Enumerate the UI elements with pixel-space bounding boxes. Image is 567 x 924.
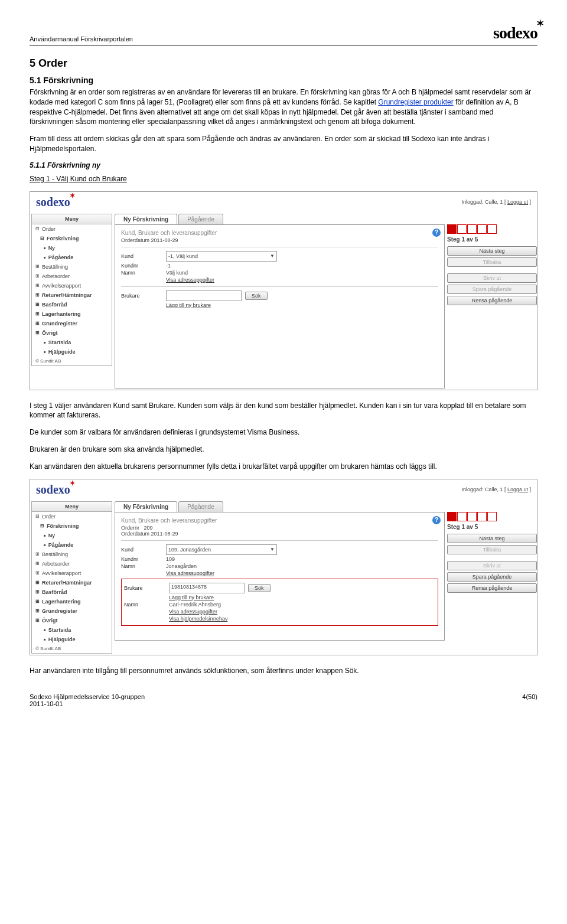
nasta-steg-button[interactable]: Nästa steg bbox=[447, 246, 537, 256]
panel-title: Kund, Brukare och leveransuppgifter bbox=[121, 230, 438, 236]
spara-pagaende-button[interactable]: Spara pågående bbox=[447, 572, 537, 582]
doc-header-text: Användarmanual Förskrivarportalen bbox=[30, 35, 133, 43]
menu-item[interactable]: Grundregister bbox=[32, 606, 112, 616]
menu-item[interactable]: Basförråd bbox=[32, 300, 112, 309]
menu-item[interactable]: Lagerhantering bbox=[32, 597, 112, 606]
star-icon: ✶ bbox=[536, 18, 543, 29]
menu-item[interactable]: Order bbox=[32, 224, 112, 234]
paragraph-1: Förskrivning är en order som registreras… bbox=[30, 87, 537, 127]
kundnr-value: -1 bbox=[166, 263, 171, 269]
kund-select[interactable]: 109, Jonasgården▼ bbox=[166, 544, 277, 555]
label-brukare: Brukare bbox=[121, 293, 162, 299]
kund-select[interactable]: -1, Välj kund▼ bbox=[166, 251, 277, 262]
panel-title: Kund, Brukare och leveransuppgifter bbox=[121, 517, 438, 524]
menu-item[interactable]: Beställning bbox=[32, 262, 112, 272]
menu-item[interactable]: Förskrivning bbox=[32, 521, 112, 531]
label-namn: Namn bbox=[121, 270, 162, 276]
label-namn: Namn bbox=[121, 563, 162, 569]
add-brukare-link[interactable]: Lägg till ny brukare bbox=[166, 302, 211, 308]
help-icon[interactable]: ? bbox=[432, 228, 441, 237]
nasta-steg-button[interactable]: Nästa steg bbox=[447, 534, 537, 543]
screenshot-1: sodexo✶ Inloggad: Calle, 1 [ Logga ut ] … bbox=[30, 191, 537, 390]
menu-item[interactable]: Pågående bbox=[32, 540, 112, 550]
orderdatum: Orderdatum 2011-08-29 bbox=[121, 237, 438, 243]
tab-pagaende[interactable]: Pågående bbox=[178, 501, 223, 512]
step-5 bbox=[487, 512, 497, 521]
menu-item[interactable]: Avvikelserapport bbox=[32, 569, 112, 578]
namn-value: Välj kund bbox=[166, 270, 188, 276]
tillbaka-button: Tillbaka bbox=[447, 257, 537, 267]
paragraph-after-s1-2: De kunder som är valbara för användaren … bbox=[30, 427, 537, 437]
visa-adress-link-2[interactable]: Visa adressuppgifter bbox=[169, 609, 217, 615]
label-kundnr: Kundnr bbox=[121, 556, 162, 562]
menu-item[interactable]: Order bbox=[32, 512, 112, 521]
heading-2: 5.1 Förskrivning bbox=[30, 76, 537, 85]
chevron-down-icon: ▼ bbox=[270, 547, 275, 552]
menu-item[interactable]: Lagerhantering bbox=[32, 309, 112, 319]
brukare-input[interactable]: 198108134878 bbox=[169, 583, 245, 593]
logout-link[interactable]: Logga ut bbox=[507, 487, 528, 492]
logged-in-status: Inloggad: Calle, 1 [ Logga ut ] bbox=[461, 487, 531, 492]
heading-3: 5.1.1 Förskrivning ny bbox=[30, 161, 537, 169]
label-namn: Namn bbox=[124, 602, 165, 608]
copyright: © Sundit AB bbox=[32, 357, 112, 365]
grundregister-link[interactable]: Grundregister produkter bbox=[378, 98, 453, 106]
label-kund: Kund bbox=[121, 547, 162, 553]
menu-item[interactable]: Ny bbox=[32, 243, 112, 253]
add-brukare-link[interactable]: Lägg till ny brukare bbox=[169, 595, 214, 600]
step-2 bbox=[457, 512, 467, 521]
star-icon: ✶ bbox=[70, 479, 75, 487]
step-1 bbox=[447, 512, 457, 521]
paragraph-after-s1-3: Brukaren är den brukare som ska använda … bbox=[30, 445, 537, 455]
menu-item[interactable]: Övrigt bbox=[32, 616, 112, 625]
doc-header: Användarmanual Förskrivarportalen sodexo… bbox=[30, 24, 537, 45]
menu-item[interactable]: Hjälpguide bbox=[32, 635, 112, 644]
paragraph-2: Fram till dess att ordern skickas går de… bbox=[30, 134, 537, 154]
menu-item[interactable]: Ny bbox=[32, 531, 112, 540]
logout-link[interactable]: Logga ut bbox=[507, 199, 528, 205]
brukare-input[interactable] bbox=[166, 290, 242, 301]
tab-ny-forskrivning[interactable]: Ny Förskrivning bbox=[115, 214, 177, 224]
menu-item[interactable]: Grundregister bbox=[32, 319, 112, 328]
sok-button[interactable]: Sök bbox=[245, 292, 268, 300]
namn-value: Jonasgården bbox=[166, 563, 197, 569]
menu-item[interactable]: Basförråd bbox=[32, 587, 112, 597]
rensa-pagaende-button[interactable]: Rensa pågående bbox=[447, 296, 537, 305]
visa-adress-link[interactable]: Visa adressuppgifter bbox=[166, 570, 214, 576]
menu-item[interactable]: Hjälpguide bbox=[32, 347, 112, 357]
tab-ny-forskrivning[interactable]: Ny Förskrivning bbox=[115, 501, 177, 512]
tab-pagaende[interactable]: Pågående bbox=[178, 214, 223, 224]
menu-item[interactable]: Arbetsorder bbox=[32, 559, 112, 569]
kundnr-value: 109 bbox=[166, 556, 175, 562]
label-kundnr: Kundnr bbox=[121, 263, 162, 269]
label-brukare: Brukare bbox=[124, 585, 165, 591]
menu-item[interactable]: Returer/Hämtningar bbox=[32, 290, 112, 300]
menu-item[interactable]: Avvikelserapport bbox=[32, 281, 112, 290]
menu-item[interactable]: Övrigt bbox=[32, 328, 112, 338]
step-indicator bbox=[447, 224, 536, 234]
step-4 bbox=[477, 512, 487, 521]
menu-item[interactable]: Arbetsorder bbox=[32, 272, 112, 281]
menu-item[interactable]: Beställning bbox=[32, 550, 112, 559]
menu-item[interactable]: Startsida bbox=[32, 338, 112, 347]
step-3 bbox=[467, 512, 477, 521]
menu-item[interactable]: Startsida bbox=[32, 625, 112, 635]
rensa-pagaende-button[interactable]: Rensa pågående bbox=[447, 583, 537, 593]
step-label: Steg 1 av 5 bbox=[447, 524, 536, 530]
step-2 bbox=[457, 224, 467, 234]
visa-adress-link[interactable]: Visa adressuppgifter bbox=[166, 277, 214, 283]
menu-item[interactable]: Pågående bbox=[32, 253, 112, 262]
ss-logo: sodexo✶ bbox=[36, 195, 70, 209]
logged-in-status: Inloggad: Calle, 1 [ Logga ut ] bbox=[461, 199, 531, 205]
brukare-namn-value: Carl-Fredrik Ahnsberg bbox=[169, 602, 221, 608]
visa-hjalpmedel-link[interactable]: Visa hjälpmedelsinnehav bbox=[169, 616, 227, 622]
sok-button[interactable]: Sök bbox=[248, 584, 271, 592]
help-icon[interactable]: ? bbox=[432, 516, 441, 524]
tillbaka-button: Tillbaka bbox=[447, 545, 537, 554]
menu-item[interactable]: Returer/Hämtningar bbox=[32, 578, 112, 587]
spara-pagaende-button: Spara pågående bbox=[447, 285, 537, 294]
menu-item[interactable]: Förskrivning bbox=[32, 234, 112, 243]
footer-left-1: Sodexo Hjälpmedelsservice 10-gruppen bbox=[30, 693, 145, 700]
sidebar-menu: Meny OrderFörskrivningNyPågåendeBeställn… bbox=[31, 501, 112, 654]
footer-left-2: 2011-10-01 bbox=[30, 700, 145, 707]
